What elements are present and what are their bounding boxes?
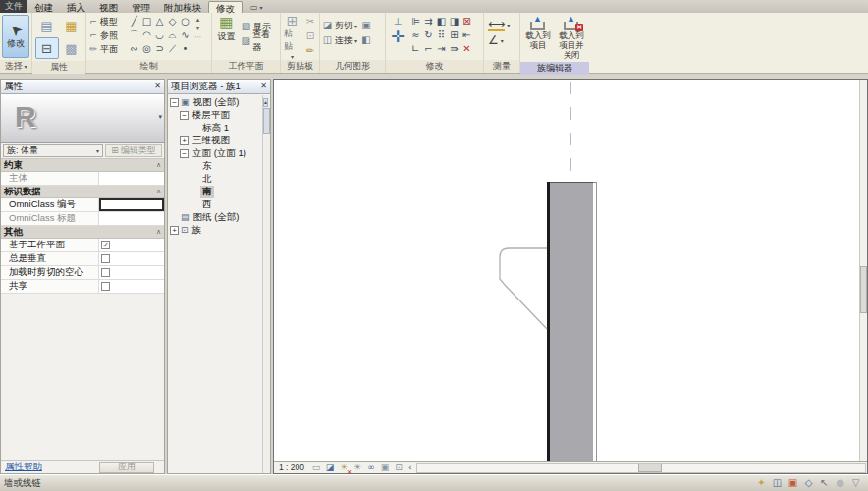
partial-ellipse-tool[interactable]: ⊃ xyxy=(153,42,166,56)
tree-item-label[interactable]: 标高 1 xyxy=(200,122,231,135)
close-icon[interactable]: ✕ xyxy=(260,82,267,90)
tree-item[interactable]: 南 xyxy=(168,186,270,198)
scroll-up-icon[interactable]: ▴ xyxy=(196,17,200,24)
trim-extend-corner-button[interactable]: ⌐ xyxy=(422,42,435,56)
select-links-icon[interactable]: ◇ xyxy=(802,477,815,490)
apply-button[interactable]: 应用 xyxy=(99,462,154,473)
property-value[interactable]: ✓ xyxy=(99,239,164,251)
point-element-tool[interactable]: • xyxy=(179,42,191,56)
delete-button[interactable]: ✕ xyxy=(461,42,473,56)
scrollbar-thumb[interactable] xyxy=(263,108,270,134)
temporary-hide-isolate-icon[interactable]: ∞ xyxy=(365,463,377,473)
tree-item[interactable]: 北 xyxy=(168,173,270,186)
circumscribed-polygon-tool[interactable]: ◇ xyxy=(166,15,179,28)
show-crop-region-icon[interactable]: ⊡ xyxy=(393,463,405,473)
expander-icon[interactable]: − xyxy=(180,149,189,158)
tree-item[interactable]: −立面 (立面 1) xyxy=(168,147,270,160)
match-type-button[interactable]: ✏ xyxy=(303,44,317,58)
spline-tool[interactable]: ∿ xyxy=(179,28,191,42)
tree-item-label[interactable]: 族 xyxy=(190,224,204,237)
tree-item-label[interactable]: 三维视图 xyxy=(190,135,232,147)
modify-tool-button[interactable]: ➤ 修改 xyxy=(2,15,29,58)
cope-button[interactable]: ∟ xyxy=(409,42,422,56)
line-tool[interactable]: ╱ xyxy=(128,15,140,28)
expander-icon[interactable]: − xyxy=(170,98,179,107)
fillet-arc-tool[interactable]: ⌓ xyxy=(166,28,179,42)
measure-between-references-button[interactable]: ⟷▾ xyxy=(488,18,510,31)
chevron-down-icon[interactable]: ▾ xyxy=(158,114,162,121)
mass-edge-right[interactable] xyxy=(593,182,597,461)
design-options-icon[interactable]: ◫ xyxy=(771,477,784,490)
type-properties-button[interactable]: ▩ xyxy=(60,37,83,59)
cut-button[interactable]: ✂ xyxy=(303,15,317,28)
property-value[interactable] xyxy=(99,172,164,185)
properties-button[interactable]: ▤ xyxy=(35,15,59,36)
property-value[interactable] xyxy=(99,252,164,265)
reference-line-dashed-upper[interactable] xyxy=(570,82,571,182)
tree-item[interactable]: 西 xyxy=(168,198,270,211)
rotate-button[interactable]: ↻ xyxy=(422,28,435,42)
tree-item[interactable]: +三维视图 xyxy=(168,135,270,147)
family-types-button[interactable]: ⊟ xyxy=(35,37,59,59)
properties-titlebar[interactable]: 属性 ✕ xyxy=(1,80,164,94)
background-process-icon[interactable]: ● xyxy=(834,477,846,490)
tree-item-label[interactable]: 北 xyxy=(200,173,214,186)
tree-item-label[interactable]: 图纸 (全部) xyxy=(191,211,242,224)
checkbox[interactable] xyxy=(101,268,110,277)
tab-修改[interactable]: 修改 xyxy=(208,1,243,13)
property-value[interactable] xyxy=(99,280,164,293)
scroll-down-icon[interactable]: ▾ xyxy=(196,26,200,32)
family-category-button[interactable]: ▦ xyxy=(60,15,83,36)
property-value[interactable] xyxy=(99,198,164,211)
ellipse-tool[interactable]: ◎ xyxy=(140,42,153,56)
checkbox[interactable]: ✓ xyxy=(101,241,110,249)
expander-icon[interactable]: + xyxy=(180,136,189,145)
properties-help-link[interactable]: 属性帮助 xyxy=(5,461,42,473)
collapse-group-icon[interactable]: ∧ xyxy=(156,189,161,195)
active-option-only-icon[interactable]: ▣ xyxy=(787,477,799,490)
rectangle-tool[interactable]: □ xyxy=(140,15,153,28)
circle-tool[interactable]: ○ xyxy=(179,15,191,28)
split-with-gap-button[interactable]: ⊠ xyxy=(461,15,473,28)
filter-icon[interactable]: ▽ xyxy=(849,477,862,490)
expander-icon[interactable]: − xyxy=(180,111,189,120)
tree-item-label[interactable]: 东 xyxy=(200,160,214,173)
copy-button[interactable]: ⊡ xyxy=(303,29,317,43)
trim-extend-single-button[interactable]: ⇥ xyxy=(435,42,448,56)
scale-button[interactable]: ⊞ xyxy=(448,28,461,42)
pick-lines-tool[interactable]: ⟋ xyxy=(166,42,179,56)
type-preview[interactable]: R ▾ xyxy=(1,94,164,143)
collapse-group-icon[interactable]: ∧ xyxy=(156,229,161,236)
tree-item-label[interactable]: 南 xyxy=(200,186,214,198)
scroll-up-icon[interactable]: ▴ xyxy=(263,98,268,107)
tree-item[interactable]: −楼层平面 xyxy=(168,109,270,122)
property-group-header[interactable]: 约束∧ xyxy=(1,159,164,172)
offset-button[interactable]: ⇉ xyxy=(422,15,435,28)
align-button[interactable]: ⊫ xyxy=(409,15,422,28)
align-icon[interactable]: ⊥ xyxy=(394,17,403,27)
tree-item-label[interactable]: 立面 (立面 1) xyxy=(190,147,248,160)
elevation-view-canvas[interactable] xyxy=(274,80,867,461)
chevron-left-icon[interactable]: ‹ xyxy=(408,464,412,472)
model-line-mode-button[interactable]: ⌐模型 xyxy=(88,15,126,28)
scrollbar-thumb[interactable] xyxy=(638,464,662,472)
tab-管理[interactable]: 管理 xyxy=(125,1,157,13)
unpin-button[interactable]: ⇤ xyxy=(461,28,473,42)
expander-icon[interactable]: + xyxy=(170,226,179,235)
tree-item-label[interactable]: 视图 (全部) xyxy=(191,96,242,109)
property-group-header[interactable]: 其他∧ xyxy=(1,226,164,239)
center-ends-arc-tool[interactable]: ◠ xyxy=(140,28,153,42)
tab-插入[interactable]: 插入 xyxy=(60,1,92,13)
shadows-icon[interactable]: ☀ xyxy=(352,463,363,473)
panel-label-select[interactable]: 选择▾ xyxy=(0,60,31,73)
edit-type-button[interactable]: ⊞ 编辑类型 xyxy=(105,144,162,157)
file-menu-button[interactable]: 文件 xyxy=(0,0,27,13)
mirror-draw-axis-button[interactable]: ◨ xyxy=(448,15,461,28)
worksets-icon[interactable]: ✦ xyxy=(755,477,768,490)
tree-item[interactable]: 标高 1 xyxy=(168,122,270,135)
cut-geometry-button[interactable]: ◪ 剪切 ▾ xyxy=(322,19,357,32)
load-into-project-button[interactable]: ▲ 载入到项目 xyxy=(522,15,554,51)
tree-item-label[interactable]: 西 xyxy=(200,198,214,211)
reference-plane-mode-button[interactable]: ✏平面 xyxy=(88,42,126,56)
move-button[interactable]: ✛ xyxy=(391,29,404,45)
